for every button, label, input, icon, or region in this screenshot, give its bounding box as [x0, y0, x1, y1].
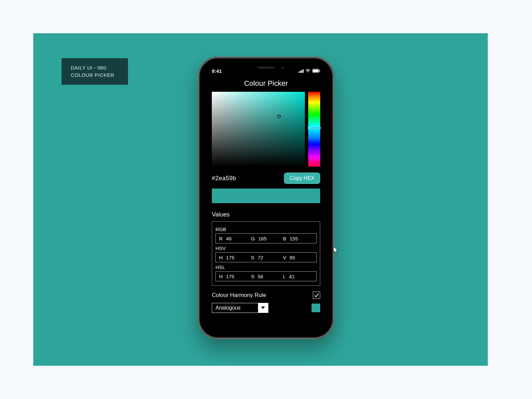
- hue-slider[interactable]: [308, 92, 320, 167]
- hsv-v-value: 65: [290, 255, 295, 260]
- signal-icon: [299, 69, 304, 73]
- picker-row: [212, 92, 320, 167]
- hsl-row[interactable]: H175 S56 L41: [215, 271, 317, 281]
- rgb-b-label: B: [283, 236, 286, 241]
- badge-line1: DAILY UI - 060: [71, 64, 128, 72]
- hsv-s-label: S: [251, 255, 254, 260]
- harmony-controls: Analogous: [212, 303, 320, 313]
- hsl-l-value: 41: [289, 274, 295, 279]
- rgb-g-label: G: [251, 236, 255, 241]
- rgb-g-value: 165: [258, 236, 267, 241]
- notch: [236, 63, 296, 72]
- hsv-s-value: 72: [258, 255, 263, 260]
- design-canvas: DAILY UI - 060 COLOUR PICKER 9:41: [33, 33, 488, 366]
- harmony-swatch: [312, 304, 320, 312]
- color-swatch: [212, 189, 320, 203]
- rgb-r-label: R: [219, 236, 223, 241]
- hsl-l-label: L: [283, 274, 286, 279]
- status-time: 9:41: [212, 68, 222, 74]
- front-camera: [281, 66, 284, 69]
- svg-rect-1: [313, 69, 319, 72]
- status-icons: [299, 69, 320, 73]
- hsl-h-label: H: [219, 274, 223, 279]
- speaker-grille: [258, 67, 274, 68]
- harmony-row: Colour Harmony Rule: [212, 292, 320, 299]
- saturation-value-panel[interactable]: [212, 92, 305, 167]
- sv-cursor[interactable]: [277, 115, 281, 118]
- phone-frame: 9:41 Colour Picker: [198, 57, 334, 339]
- rgb-row[interactable]: R46 G165 B155: [215, 233, 317, 243]
- check-icon: [314, 293, 319, 298]
- battery-icon: [312, 69, 320, 73]
- harmony-selected-text: Analogous: [212, 303, 258, 313]
- wifi-icon: [305, 69, 311, 73]
- rgb-r-value: 46: [226, 236, 232, 241]
- harmony-label: Colour Harmony Rule: [212, 292, 266, 299]
- app-title: Colour Picker: [212, 79, 320, 88]
- harmony-select[interactable]: Analogous: [212, 303, 268, 313]
- hsl-h-value: 175: [226, 274, 234, 279]
- screen-content: Colour Picker #2ea59b Copy HEX Values: [204, 77, 328, 333]
- hsv-row[interactable]: H175 S72 V65: [215, 252, 317, 262]
- rgb-b-value: 155: [290, 236, 298, 241]
- hsl-label: HSL: [215, 264, 317, 270]
- chevron-down-icon: [258, 303, 268, 313]
- rgb-label: RGB: [215, 226, 317, 232]
- hex-row: #2ea59b Copy HEX: [212, 173, 320, 184]
- values-heading: Values: [212, 211, 320, 218]
- hsv-h-label: H: [219, 255, 223, 260]
- hsl-s-value: 56: [258, 274, 263, 279]
- hsv-v-label: V: [283, 255, 286, 260]
- copy-hex-button[interactable]: Copy HEX: [284, 173, 320, 184]
- hue-thumb[interactable]: [308, 127, 321, 129]
- project-badge: DAILY UI - 060 COLOUR PICKER: [62, 58, 128, 85]
- hex-value: #2ea59b: [212, 175, 236, 182]
- badge-line2: COLOUR PICKER: [71, 71, 128, 79]
- harmony-checkbox[interactable]: [313, 292, 320, 299]
- hsv-label: HSV: [215, 245, 317, 251]
- hsl-s-label: S: [251, 274, 254, 279]
- hsv-h-value: 175: [226, 255, 234, 260]
- values-box: RGB R46 G165 B155 HSV H175 S72 V65 HSL: [212, 221, 320, 286]
- phone-screen: 9:41 Colour Picker: [204, 63, 328, 333]
- svg-rect-2: [320, 70, 320, 72]
